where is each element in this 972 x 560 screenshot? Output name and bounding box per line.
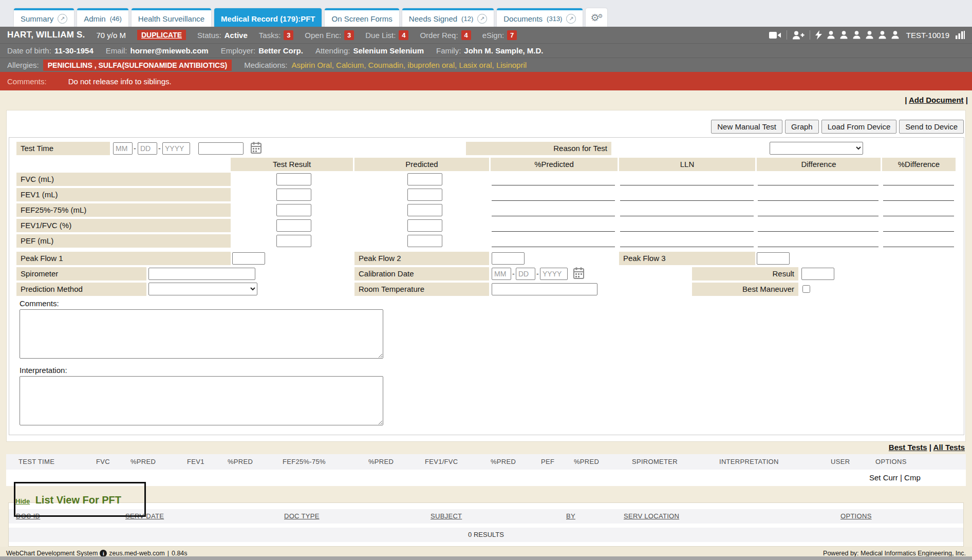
calibration-mm-input[interactable] xyxy=(492,268,511,280)
col-doc-type[interactable]: DOC TYPE xyxy=(284,512,320,520)
test-date-dd-input[interactable] xyxy=(138,142,157,155)
add-document-link[interactable]: Add Document xyxy=(909,96,964,104)
calibration-dd-input[interactable] xyxy=(516,268,535,280)
shortcut-arrow-icon[interactable]: ↗ xyxy=(566,14,576,24)
result-input[interactable] xyxy=(801,268,834,280)
new-manual-test-button[interactable]: New Manual Test xyxy=(711,120,782,134)
fev1-fvc-predicted-input[interactable] xyxy=(407,219,442,232)
allergies-label: Allergies: xyxy=(7,61,39,69)
open-enc-label: Open Enc: xyxy=(305,31,341,40)
spirometer-input[interactable] xyxy=(148,268,255,280)
tab-admin[interactable]: Admin (46) xyxy=(77,8,128,27)
set-curr-link[interactable]: Set Curr xyxy=(869,473,898,482)
open-enc-badge[interactable]: 3 xyxy=(344,30,354,40)
tab-needs-signed[interactable]: Needs Signed (12) ↗ xyxy=(402,8,494,27)
best-tests-link[interactable]: Best Tests xyxy=(889,443,927,452)
form-comments-textarea[interactable] xyxy=(20,309,383,359)
col-doc-id[interactable]: DOC ID xyxy=(16,512,40,520)
info-icon[interactable]: i xyxy=(100,550,107,557)
add-person-icon[interactable] xyxy=(792,31,805,40)
test-time-label: Test Time xyxy=(16,142,110,155)
peak-flow-3-input[interactable] xyxy=(757,252,790,265)
fvc-test-result-input[interactable] xyxy=(276,173,311,185)
col-fef: FEF25%-75% xyxy=(283,458,326,465)
col-serv-location[interactable]: SERV LOCATION xyxy=(624,512,679,520)
horizontal-scrollbar[interactable] xyxy=(0,556,972,560)
results-row: Set Curr | Cmp xyxy=(6,470,966,486)
pft-toolbar: New Manual Test Graph Load From Device S… xyxy=(711,120,964,134)
medications-list[interactable]: Aspirin Oral, Calcium, Coumadin, ibuprof… xyxy=(291,61,527,69)
shortcut-arrow-icon[interactable]: ↗ xyxy=(58,14,67,24)
person-icon[interactable] xyxy=(891,31,899,39)
calendar-icon[interactable] xyxy=(573,267,584,281)
allergies-badge: PENICILLINS , SULFA(SULFONAMIDE ANTIBIOT… xyxy=(43,60,232,71)
person-icon[interactable] xyxy=(878,31,886,39)
fvc-pct-predicted-line xyxy=(492,185,615,185)
best-maneuver-checkbox[interactable] xyxy=(802,285,810,293)
col-serv-date[interactable]: SERV DATE xyxy=(125,512,164,520)
col-options[interactable]: OPTIONS xyxy=(840,512,872,520)
results-table-header: TEST TIME FVC %PRED FEV1 %PRED FEF25%-75… xyxy=(6,454,966,470)
lightning-icon[interactable] xyxy=(815,30,822,40)
shortcut-arrow-icon[interactable]: ↗ xyxy=(477,14,487,24)
due-list-badge[interactable]: 4 xyxy=(399,30,408,40)
date-dash: - xyxy=(512,270,515,278)
all-tests-link[interactable]: All Tests xyxy=(933,443,965,452)
tab-documents[interactable]: Documents (313) ↗ xyxy=(497,8,583,27)
prediction-method-select[interactable] xyxy=(148,283,257,295)
order-req-badge[interactable]: 4 xyxy=(461,30,471,40)
hide-link[interactable]: Hide xyxy=(15,497,30,505)
person-icon[interactable] xyxy=(853,31,861,39)
esign-badge[interactable]: 7 xyxy=(507,30,517,40)
col-header-pct-predicted: %Predicted xyxy=(491,158,618,171)
calibration-yyyy-input[interactable] xyxy=(540,268,568,280)
fev1-test-result-input[interactable] xyxy=(276,189,311,201)
tab-health-surveillance[interactable]: Health Surveillance xyxy=(132,8,211,27)
interpretation-textarea[interactable] xyxy=(20,376,383,425)
peak-flow-1-input[interactable] xyxy=(232,252,265,265)
peak-flow-1-label: Peak Flow 1 xyxy=(16,252,231,265)
reason-for-test-select[interactable] xyxy=(770,142,863,155)
cmp-link[interactable]: Cmp xyxy=(904,473,921,482)
fev1-predicted-input[interactable] xyxy=(407,189,442,201)
fef-test-result-input[interactable] xyxy=(276,204,311,216)
comments-bar-text: Do not release info to siblings. xyxy=(68,77,172,86)
graph-button[interactable]: Graph xyxy=(785,120,819,134)
col-subject[interactable]: SUBJECT xyxy=(431,512,462,520)
divider xyxy=(787,30,787,40)
tab-on-screen-forms[interactable]: On Screen Forms xyxy=(325,8,399,27)
pef-predicted-input[interactable] xyxy=(407,235,442,247)
pef-test-result-input[interactable] xyxy=(276,235,311,247)
person-icon[interactable] xyxy=(866,31,873,39)
tests-filter-links: Best Tests | All Tests xyxy=(889,443,965,452)
test-date-mm-input[interactable] xyxy=(113,142,133,155)
fev1-pct-difference-line xyxy=(883,200,954,201)
settings-gear-tab[interactable]: ⚙⚙ xyxy=(586,8,607,27)
pft-form-panel: Test Time - - Reason for Test Test Resul… xyxy=(9,137,964,435)
person-icon[interactable] xyxy=(827,31,835,39)
room-temperature-input[interactable] xyxy=(492,283,597,295)
col-by[interactable]: BY xyxy=(566,512,575,520)
duplicate-flag[interactable]: DUPLICATE xyxy=(137,30,186,40)
send-to-device-button[interactable]: Send to Device xyxy=(899,120,964,134)
person-icon[interactable] xyxy=(840,31,848,39)
tab-medical-record[interactable]: Medical Record (179):PFT xyxy=(214,8,322,27)
load-from-device-button[interactable]: Load From Device xyxy=(821,120,897,134)
test-time-input[interactable] xyxy=(198,142,244,155)
attending-label: Attending: xyxy=(315,46,350,55)
calendar-icon[interactable] xyxy=(251,142,261,156)
fev1-fvc-test-result-input[interactable] xyxy=(276,219,311,232)
add-document-row: | Add Document | xyxy=(905,96,968,104)
fvc-predicted-input[interactable] xyxy=(407,173,442,185)
bar-chart-icon[interactable] xyxy=(956,31,965,39)
test-date-yyyy-input[interactable] xyxy=(162,142,190,155)
tasks-badge[interactable]: 3 xyxy=(284,30,293,40)
dob-value: 11-30-1954 xyxy=(54,46,94,55)
col-spirometer: SPIROMETER xyxy=(632,458,678,465)
video-camera-icon[interactable] xyxy=(769,31,781,39)
col-pct-pred: %PRED xyxy=(368,458,394,465)
fef-predicted-input[interactable] xyxy=(407,204,442,216)
dob-label: Date of birth: xyxy=(7,46,51,55)
tab-summary[interactable]: Summary ↗ xyxy=(14,8,74,27)
peak-flow-2-input[interactable] xyxy=(492,252,525,265)
